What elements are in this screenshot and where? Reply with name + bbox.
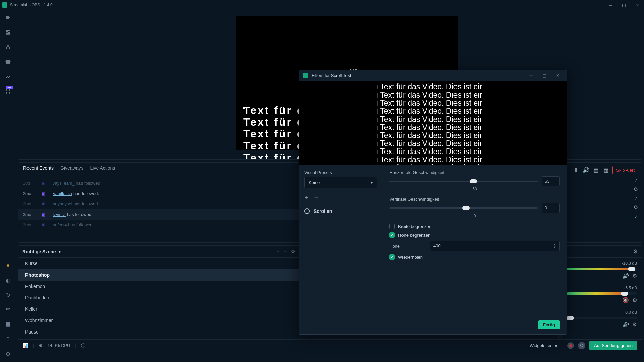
compact-view-icon[interactable]: ▦ xyxy=(602,167,610,174)
replay-buffer-icon[interactable]: ↺ xyxy=(578,342,585,349)
reload-icon[interactable]: ⟳ xyxy=(634,204,638,210)
check-icon[interactable]: ✓ xyxy=(634,213,638,220)
help-icon[interactable]: ? xyxy=(4,335,12,343)
loop-checkbox[interactable]: ✓ Wiederholen xyxy=(389,254,560,260)
gear-icon[interactable]: ⚙ xyxy=(632,273,637,279)
gear-icon[interactable]: ⚙ xyxy=(632,321,637,328)
visual-presets-value: Keine xyxy=(309,180,320,185)
event-age: 3mo xyxy=(23,212,37,217)
speaker-icon[interactable]: 🔊 xyxy=(622,321,629,328)
db-value: -6.5 dB xyxy=(567,286,637,290)
test-widgets-button[interactable]: Widgets testen xyxy=(525,341,563,350)
gear-icon[interactable]: ⚙ xyxy=(632,297,637,303)
visual-presets-select[interactable]: Keine ▾ xyxy=(304,177,377,188)
maximize-button[interactable]: ▢ xyxy=(619,3,629,8)
go-live-button[interactable]: Auf Sendung gehen xyxy=(589,341,637,350)
stats-icon[interactable]: 📊 xyxy=(23,343,28,348)
event-user[interactable]: JaysTeam_ xyxy=(53,181,75,186)
scene-indicator-icon[interactable]: ● xyxy=(4,261,12,269)
scene-item[interactable]: Kurse xyxy=(18,258,300,269)
close-button[interactable]: ✕ xyxy=(633,3,642,8)
analytics-icon[interactable] xyxy=(4,72,12,80)
scene-item[interactable]: Wohnzimmer xyxy=(18,315,300,326)
pause-alerts-icon[interactable]: ⏸ xyxy=(572,167,580,174)
selection-handle[interactable] xyxy=(243,106,245,109)
dimension-line xyxy=(348,16,348,69)
height-input[interactable]: 400 ▲▼ xyxy=(430,241,560,251)
dialog-minimize-button[interactable]: ─ xyxy=(526,73,536,78)
filters-dialog: Filters for Scroll Text ─ ▢ ✕ ı Text für… xyxy=(299,70,567,335)
filter-preview: ı Text für das Video. Dies ist eirı Text… xyxy=(299,81,567,165)
spinner-icon[interactable]: ▲▼ xyxy=(553,243,556,249)
volume-slider[interactable] xyxy=(567,292,637,295)
tab-recent-events[interactable]: Recent Events xyxy=(23,165,54,173)
preview-text-line: ı Text für das Video. Dies ist eir xyxy=(376,83,567,91)
scene-item[interactable]: Photoshop xyxy=(18,269,300,281)
twitch-icon: ▣ xyxy=(41,201,48,206)
refresh-icon[interactable]: ↻ xyxy=(4,291,12,299)
event-user[interactable]: pafect4 xyxy=(53,222,67,227)
dashboard-icon[interactable] xyxy=(4,28,12,36)
event-user[interactable]: tzvinivi xyxy=(53,212,66,217)
editor-icon[interactable] xyxy=(4,13,12,21)
nav-sidebar: Neu ● ◐ ↻ ? xyxy=(0,10,16,362)
perf-icon[interactable]: ⚙ xyxy=(39,343,43,348)
speaker-icon[interactable]: 🔊 xyxy=(622,273,629,279)
scene-item[interactable]: Pokemon xyxy=(18,281,300,292)
scene-item[interactable]: Pause xyxy=(18,326,300,338)
dialog-close-button[interactable]: ✕ xyxy=(553,73,562,78)
volume-icon[interactable]: 🔊 xyxy=(582,167,590,174)
visibility-icon[interactable] xyxy=(304,208,310,214)
new-badge: Neu xyxy=(6,86,13,89)
h-speed-slider[interactable] xyxy=(389,181,538,182)
limit-height-checkbox[interactable]: ✓ Höhe begrenzen xyxy=(389,232,560,238)
cpu-usage: 14.0% CPU xyxy=(47,343,70,348)
reload-icon[interactable]: ⟳ xyxy=(634,186,638,192)
loop-label: Wiederholen xyxy=(398,255,423,260)
remove-filter-button[interactable]: − xyxy=(314,194,318,202)
store-icon[interactable] xyxy=(4,58,12,66)
v-speed-slider[interactable] xyxy=(389,207,538,209)
v-speed-input[interactable]: 0 xyxy=(542,203,560,213)
list-view-icon[interactable]: ▤ xyxy=(592,167,600,174)
preview-text-line: ı Text für das Video. Dies ist eir xyxy=(376,99,567,107)
check-icon[interactable]: ✓ xyxy=(634,195,638,201)
db-value: -10.3 dB xyxy=(567,261,637,266)
info-icon[interactable]: ⓘ xyxy=(81,343,85,349)
dialog-maximize-button[interactable]: ▢ xyxy=(540,73,549,78)
chevron-down-icon[interactable]: ▼ xyxy=(58,250,62,254)
mute-icon[interactable]: 🔇 xyxy=(622,297,629,303)
done-button[interactable]: Fertig xyxy=(538,320,560,329)
tab-giveaways[interactable]: Giveaways xyxy=(60,165,83,173)
apps-icon[interactable]: Neu xyxy=(4,87,12,95)
record-button[interactable] xyxy=(567,342,574,349)
limit-width-checkbox[interactable]: Breite begrenzen xyxy=(389,224,560,229)
studio-mode-icon[interactable]: ◐ xyxy=(4,276,12,284)
event-user[interactable]: Vanillefish xyxy=(53,191,72,196)
mixer-settings-icon[interactable]: ⚙ xyxy=(633,248,638,255)
preview-text-line: ı Text für das Video. Dies ist eir xyxy=(376,107,567,115)
add-filter-button[interactable]: + xyxy=(304,194,308,202)
settings-icon[interactable] xyxy=(4,350,12,358)
layout-icon[interactable] xyxy=(4,320,12,328)
add-scene-button[interactable]: + xyxy=(276,248,279,255)
scene-item[interactable]: Dachboden xyxy=(18,292,300,303)
scroll-text-preview: Text für d Text für d Text für d Text fü… xyxy=(243,105,305,160)
remove-scene-button[interactable]: − xyxy=(284,248,287,255)
volume-slider[interactable] xyxy=(567,317,637,319)
check-icon[interactable]: ✓ xyxy=(634,177,638,183)
h-speed-input[interactable]: 53 xyxy=(542,176,560,186)
minimize-button[interactable]: ─ xyxy=(606,3,615,8)
filter-item-scrollen[interactable]: Scrollen xyxy=(304,208,377,214)
twitch-icon: ▣ xyxy=(41,181,48,186)
volume-slider[interactable] xyxy=(567,268,637,270)
scene-item[interactable]: Keller xyxy=(18,303,300,315)
skip-alert-button[interactable]: Skip Alert xyxy=(612,166,638,174)
height-label: Höhe xyxy=(389,244,423,249)
scene-settings-icon[interactable]: ⚙ xyxy=(291,248,296,255)
themes-icon[interactable] xyxy=(4,43,12,51)
grid-icon[interactable] xyxy=(4,306,12,314)
event-user[interactable]: neyneysel xyxy=(53,201,72,206)
event-text: has followed. xyxy=(72,201,99,206)
tab-live-actions[interactable]: Live Actions xyxy=(90,165,115,173)
